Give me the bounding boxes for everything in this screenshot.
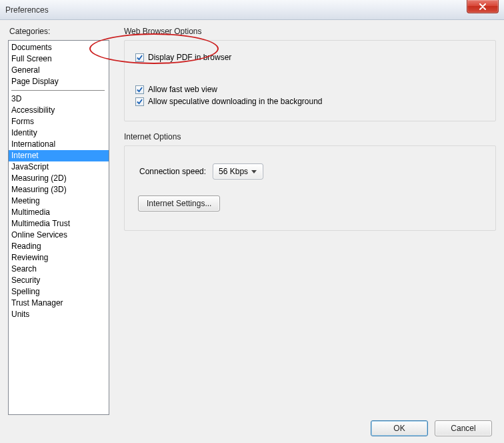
- check-icon: [137, 55, 143, 61]
- dropdown-arrow-icon: [248, 164, 260, 179]
- settings-panel: Web Browser Options Display PDF in brows…: [109, 25, 496, 407]
- category-item[interactable]: Page Display: [9, 76, 109, 87]
- display-pdf-row[interactable]: Display PDF in browser: [135, 53, 485, 62]
- check-icon: [137, 87, 143, 93]
- category-item[interactable]: Internet: [9, 150, 109, 161]
- category-item[interactable]: Identity: [9, 127, 109, 139]
- fast-web-label: Allow fast web view: [148, 85, 217, 94]
- category-item[interactable]: Multimedia Trust: [9, 218, 109, 230]
- speculative-checkbox[interactable]: [135, 97, 144, 106]
- category-item[interactable]: Meeting: [9, 195, 109, 207]
- categories-list[interactable]: DocumentsFull ScreenGeneralPage Display3…: [8, 40, 109, 415]
- display-pdf-checkbox[interactable]: [135, 53, 144, 62]
- category-item[interactable]: Measuring (3D): [9, 184, 109, 195]
- category-item[interactable]: JavaScript: [9, 161, 109, 173]
- ok-button[interactable]: OK: [371, 420, 428, 436]
- category-item[interactable]: International: [9, 139, 109, 150]
- category-item[interactable]: Trust Manager: [9, 298, 109, 309]
- category-item[interactable]: Online Services: [9, 230, 109, 241]
- close-icon: [479, 3, 487, 10]
- dialog-content: Categories: DocumentsFull ScreenGeneralP…: [0, 20, 504, 407]
- category-item[interactable]: Reading: [9, 241, 109, 252]
- fast-web-checkbox[interactable]: [135, 85, 144, 94]
- internet-options-group: Connection speed: 56 Kbps Internet Setti…: [124, 145, 496, 231]
- category-item[interactable]: 3D: [9, 93, 109, 105]
- category-item[interactable]: Measuring (2D): [9, 173, 109, 184]
- category-item[interactable]: Units: [9, 309, 109, 320]
- category-item[interactable]: Multimedia: [9, 207, 109, 218]
- category-item[interactable]: Documents: [9, 42, 109, 53]
- titlebar: Preferences: [0, 0, 504, 20]
- category-item[interactable]: Security: [9, 275, 109, 286]
- category-separator: [11, 90, 105, 91]
- category-item[interactable]: Forms: [9, 116, 109, 127]
- category-item[interactable]: Spelling: [9, 286, 109, 298]
- cancel-button[interactable]: Cancel: [435, 420, 492, 436]
- category-item[interactable]: Search: [9, 264, 109, 275]
- internet-options-title: Internet Options: [124, 132, 496, 141]
- speculative-row[interactable]: Allow speculative downloading in the bac…: [135, 97, 485, 106]
- window-title: Preferences: [5, 5, 49, 15]
- check-icon: [137, 99, 143, 105]
- connection-speed-value: 56 Kbps: [219, 167, 248, 176]
- categories-label: Categories:: [9, 27, 109, 36]
- internet-settings-button[interactable]: Internet Settings...: [138, 195, 220, 211]
- category-item[interactable]: Full Screen: [9, 53, 109, 65]
- web-browser-options-title: Web Browser Options: [124, 27, 496, 36]
- web-browser-options-group: Display PDF in browser Allow fast web vi…: [124, 40, 496, 121]
- fast-web-row[interactable]: Allow fast web view: [135, 85, 485, 94]
- category-item[interactable]: Reviewing: [9, 252, 109, 264]
- category-item[interactable]: General: [9, 65, 109, 76]
- connection-speed-select[interactable]: 56 Kbps: [213, 163, 263, 179]
- speculative-label: Allow speculative downloading in the bac…: [148, 97, 323, 106]
- connection-speed-label: Connection speed:: [139, 167, 206, 176]
- categories-column: Categories: DocumentsFull ScreenGeneralP…: [8, 25, 109, 407]
- display-pdf-label: Display PDF in browser: [148, 53, 231, 62]
- dialog-buttons: OK Cancel: [371, 420, 492, 436]
- close-button[interactable]: [467, 0, 499, 13]
- category-item[interactable]: Accessibility: [9, 105, 109, 116]
